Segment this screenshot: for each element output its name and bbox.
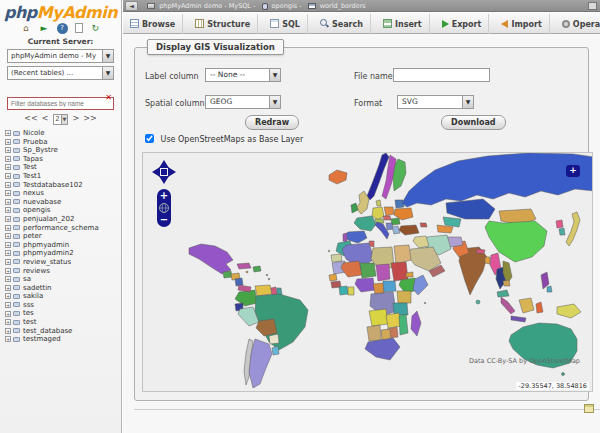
expand-icon[interactable]: +	[5, 207, 11, 213]
expand-icon[interactable]: +	[5, 268, 11, 274]
expand-icon[interactable]: +	[5, 311, 11, 317]
database-tree-item[interactable]: +performance_schema	[5, 224, 121, 233]
database-tree-item[interactable]: +Tapas	[5, 155, 121, 164]
expand-icon[interactable]: +	[5, 319, 11, 325]
database-name: tes	[23, 309, 34, 317]
database-name: phpmyadmin2	[23, 249, 74, 257]
expand-icon[interactable]: +	[5, 276, 11, 282]
database-tree-item[interactable]: +sakila	[5, 292, 121, 301]
map-pan-zoom-control[interactable]: + −	[151, 159, 177, 231]
clear-filter-icon[interactable]: ✕	[105, 92, 112, 103]
page-number-select[interactable]: 2▼	[53, 114, 68, 125]
server-breadcrumb-bar: ◄ phpMyAdmin demo - MySQL - opengis - wo…	[123, 0, 600, 12]
download-button[interactable]: Download	[441, 115, 506, 130]
collapse-navigation-icon[interactable]: ◄	[125, 1, 138, 11]
page-last-link[interactable]: >>	[83, 114, 96, 123]
home-icon[interactable]: ⌂	[20, 23, 31, 34]
tab-insert[interactable]: Insert	[376, 14, 430, 36]
database-tree-item[interactable]: +penjualan_202	[5, 215, 121, 224]
database-tree-item[interactable]: +peter	[5, 232, 121, 241]
database-name: review_status	[23, 258, 71, 266]
tab-browse[interactable]: Browse	[123, 14, 183, 36]
database-tree-item[interactable]: +Test1	[5, 172, 121, 181]
expand-icon[interactable]: +	[5, 199, 11, 205]
logout-icon[interactable]: ►	[38, 23, 49, 34]
window-icon[interactable]	[588, 2, 597, 10]
gis-map-viewport[interactable]: + − + Data CC-By-SA by OpenStreetMap -29…	[142, 152, 593, 392]
tab-export[interactable]: Export	[435, 14, 490, 36]
expand-icon[interactable]: +	[5, 182, 11, 188]
expand-icon[interactable]: +	[5, 139, 11, 145]
breadcrumb-database[interactable]: opengis	[272, 2, 298, 10]
database-tree-item[interactable]: +test_database	[5, 327, 121, 336]
expand-icon[interactable]: +	[5, 190, 11, 196]
expand-icon[interactable]: +	[5, 259, 11, 265]
database-name: phpmyadmin	[23, 241, 69, 249]
spatial-column-select[interactable]: GEOG ▼	[205, 95, 281, 109]
database-tree-item[interactable]: +Testdatabase102	[5, 181, 121, 190]
database-icon	[13, 148, 20, 153]
label-column-select[interactable]: -- None -- ▼	[205, 68, 281, 82]
database-tree-item[interactable]: +Prueba	[5, 138, 121, 147]
tab-structure[interactable]: Structure	[188, 14, 258, 36]
database-tree-item[interactable]: +reviews	[5, 267, 121, 276]
expand-icon[interactable]: +	[5, 156, 11, 162]
expand-icon[interactable]: +	[5, 336, 11, 342]
reload-navigation-icon[interactable]: ↻	[90, 23, 101, 34]
database-tree-item[interactable]: +review_status	[5, 258, 121, 267]
expand-icon[interactable]: +	[5, 130, 11, 136]
database-icon	[13, 234, 20, 239]
page-first-link[interactable]: <<	[24, 114, 37, 123]
format-select[interactable]: SVG ▼	[397, 95, 474, 109]
database-tree-item[interactable]: +phpmyadmin	[5, 241, 121, 250]
database-tree-item[interactable]: +nuevabase	[5, 198, 121, 207]
filter-databases-input[interactable]	[7, 97, 114, 110]
expand-icon[interactable]: +	[5, 164, 11, 170]
breadcrumb-server[interactable]: phpMyAdmin demo - MySQL	[159, 2, 251, 10]
expand-icon[interactable]: +	[5, 302, 11, 308]
help-icon[interactable]: ?	[57, 23, 68, 34]
database-tree-item[interactable]: +phpmyadmin2	[5, 249, 121, 258]
breadcrumb-table[interactable]: world_borders	[320, 2, 366, 10]
database-tree-item[interactable]: +opengis	[5, 206, 121, 215]
expand-icon[interactable]: +	[5, 242, 11, 248]
expand-icon[interactable]: +	[5, 225, 11, 231]
tab-operations[interactable]: Operations	[555, 14, 600, 36]
tab-search[interactable]: Search	[313, 14, 371, 36]
tab-sql[interactable]: SQL	[263, 14, 308, 36]
database-tree-item[interactable]: +nexus	[5, 189, 121, 198]
expand-icon[interactable]: +	[5, 293, 11, 299]
documentation-icon[interactable]	[75, 23, 83, 33]
tab-import[interactable]: Import	[494, 14, 549, 36]
database-icon	[13, 182, 20, 187]
expand-icon[interactable]: +	[5, 216, 11, 222]
file-name-input[interactable]	[393, 68, 490, 82]
database-tree-item[interactable]: +Test	[5, 163, 121, 172]
database-tree-item[interactable]: +sss	[5, 301, 121, 310]
redraw-button[interactable]: Redraw	[245, 115, 299, 130]
page-next-link[interactable]: >	[73, 114, 80, 123]
expand-icon[interactable]: +	[5, 147, 11, 153]
format-label: Format	[354, 99, 382, 108]
database-tree-item[interactable]: +Nicole	[5, 129, 121, 138]
database-tree-item[interactable]: +test	[5, 318, 121, 327]
database-tree-item[interactable]: +sa	[5, 275, 121, 284]
layer-switcher-icon[interactable]: +	[566, 165, 580, 177]
osm-base-layer-checkbox[interactable]	[145, 134, 154, 143]
expand-icon[interactable]: +	[5, 250, 11, 256]
server-select[interactable]: phpMyAdmin demo - My ▼	[7, 49, 114, 63]
expand-icon[interactable]: +	[5, 173, 11, 179]
database-name: sss	[23, 301, 34, 309]
expand-icon[interactable]: +	[5, 233, 11, 239]
database-tree-item[interactable]: +tes	[5, 309, 121, 318]
recent-tables-select[interactable]: (Recent tables) ... ▼	[7, 66, 114, 80]
new-window-icon[interactable]	[584, 404, 594, 413]
database-tree-item[interactable]: +Sp_Bystre	[5, 146, 121, 155]
page-prev-link[interactable]: <	[42, 114, 49, 123]
database-tree-item[interactable]: +sadettin	[5, 284, 121, 293]
expand-icon[interactable]: +	[5, 285, 11, 291]
database-name: Test	[23, 163, 37, 171]
database-tree-item[interactable]: +testmaged	[5, 335, 121, 344]
expand-icon[interactable]: +	[5, 328, 11, 334]
phpmyadmin-logo[interactable]: phpMyAdmin	[0, 0, 121, 22]
